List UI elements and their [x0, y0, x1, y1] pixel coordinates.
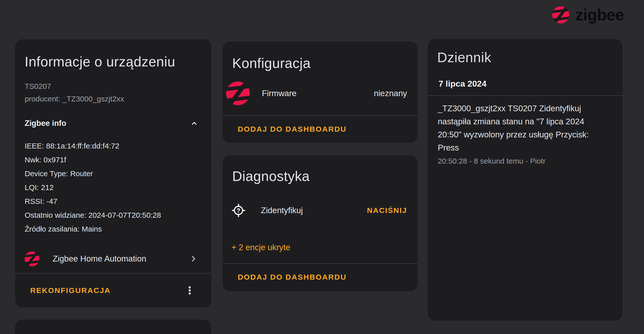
press-button[interactable]: NACIŚNIJ [367, 206, 407, 215]
dots-vertical-menu-icon[interactable] [183, 283, 197, 298]
svg-text:?: ? [237, 207, 240, 214]
attr-device-type: Device Type: Router [25, 167, 202, 180]
diagnostics-card: Diagnostyka ? Zidentyfikuj NACIŚNIJ + 2 … [223, 155, 418, 291]
zigbee-wordmark: zigbee [575, 6, 624, 24]
add-to-dashboard-button[interactable]: DODAJ DO DASHBOARDU [237, 124, 348, 134]
integration-row[interactable]: Zigbee Home Automation [25, 251, 198, 267]
logbook-date: 7 lipca 2024 [438, 78, 613, 89]
integration-label: Zigbee Home Automation [53, 254, 188, 264]
add-to-dashboard-button[interactable]: DODAJ DO DASHBOARDU [237, 272, 348, 282]
logbook-card: Dziennik 7 lipca 2024 _TZ3000_gszjt2xx T… [428, 39, 623, 321]
attr-last-seen: Ostatnio widziane: 2024-07-07T20:50:28 [25, 208, 202, 222]
device-info-title: Informacje o urządzeniu [25, 53, 211, 70]
firmware-zigbee-logo-icon [226, 82, 250, 105]
attr-lqi: LQI: 212 [25, 180, 202, 194]
diagnostics-title: Diagnostyka [232, 168, 418, 184]
logbook-title: Dziennik [437, 49, 623, 66]
device-info-footer: REKONFIGURACJA [15, 274, 211, 307]
hidden-entities-link[interactable]: + 2 encje ukryte [231, 243, 290, 252]
configuration-card: Konfiguracja Firmware nieznany DODAJ DO … [223, 42, 418, 143]
zigbee-attributes: IEEE: 88:1a:14:ff:fe:dd:f4:72 Nwk: 0x971… [25, 139, 202, 236]
firmware-row: Firmware nieznany [226, 82, 407, 105]
configuration-title: Konfiguracja [232, 55, 418, 71]
zigbee-info-label: Zigbee info [25, 119, 66, 128]
crosshairs-question-icon: ? [231, 203, 246, 217]
configuration-footer: DODAJ DO DASHBOARDU [223, 116, 418, 142]
reconfigure-button[interactable]: REKONFIGURACJA [29, 286, 112, 295]
attr-nwk: Nwk: 0x971f [25, 153, 202, 167]
diagnostics-footer: DODAJ DO DASHBOARDU [223, 264, 418, 290]
device-model: TS0207 [25, 80, 211, 93]
device-info-card: Informacje o urządzeniu TS0207 producent… [15, 39, 211, 308]
zigbee-logo-icon [552, 6, 569, 23]
collapse-chevron-up-icon[interactable] [188, 117, 200, 129]
zigbee-brand: zigbee [552, 6, 624, 24]
zha-logo-icon [25, 251, 39, 266]
chevron-right-icon [188, 254, 198, 264]
attr-rssi: RSSI: -47 [25, 194, 202, 208]
attr-ieee: IEEE: 88:1a:14:ff:fe:dd:f4:72 [25, 139, 202, 153]
zigbee-info-header: Zigbee info [25, 117, 200, 129]
firmware-label: Firmware [262, 89, 374, 98]
logbook-entry[interactable]: _TZ3000_gszjt2xx TS0207 Zidentyfikuj nas… [438, 102, 609, 154]
identify-row: ? Zidentyfikuj NACIŚNIJ [231, 203, 407, 217]
attr-power-source: Źródło zasilania: Mains [25, 222, 202, 236]
divider [428, 95, 623, 96]
firmware-value: nieznany [374, 89, 407, 98]
partial-card [15, 320, 211, 334]
logbook-timestamp: 20:50:28 - 8 sekund temu - Piotr [438, 156, 623, 166]
identify-label: Zidentyfikuj [261, 206, 367, 215]
device-manufacturer: producent: _TZ3000_gszjt2xx [25, 93, 211, 105]
